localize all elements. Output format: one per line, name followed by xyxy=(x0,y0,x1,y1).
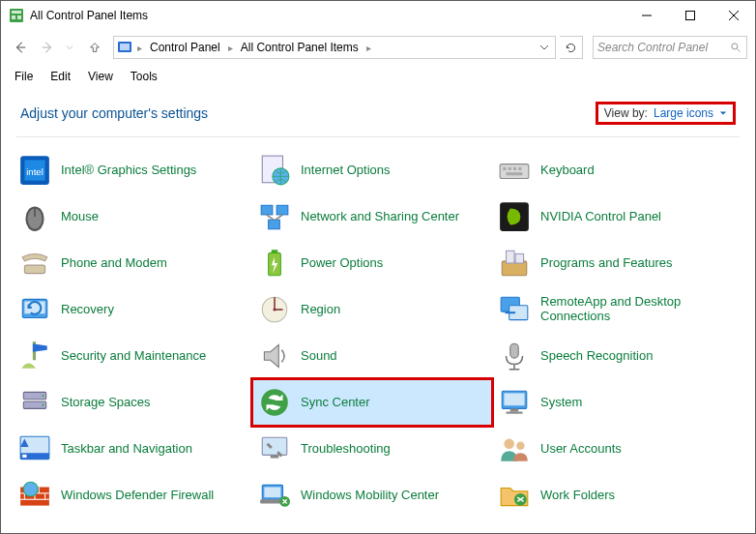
view-by-label: View by: xyxy=(604,106,648,120)
svg-rect-28 xyxy=(261,205,273,215)
cp-item[interactable]: RemoteApp and Desktop Connections xyxy=(492,286,732,333)
svg-rect-19 xyxy=(500,164,529,179)
content-area: Adjust your computer's settings View by:… xyxy=(1,88,755,520)
cp-item[interactable]: Taskbar and Navigation xyxy=(13,426,252,472)
breadcrumb-separator[interactable]: ▸ xyxy=(226,43,235,53)
address-bar[interactable]: ▸ Control Panel ▸ All Control Panel Item… xyxy=(113,36,556,59)
cp-item[interactable]: Mouse xyxy=(13,193,252,240)
svg-rect-32 xyxy=(24,265,44,274)
cp-item[interactable]: Recovery xyxy=(13,286,252,333)
cp-item[interactable]: Windows Mobility Center xyxy=(252,472,492,519)
close-button[interactable] xyxy=(712,1,755,30)
nvidia-control-panel-icon xyxy=(498,200,531,233)
search-input[interactable]: Search Control Panel xyxy=(593,36,747,59)
storage-spaces-icon xyxy=(18,386,51,419)
menu-tools[interactable]: Tools xyxy=(123,68,165,85)
taskbar-and-navigation-icon xyxy=(18,432,51,465)
sync-center-icon xyxy=(258,386,291,419)
cp-item-label: Work Folders xyxy=(540,489,615,503)
cp-item[interactable]: Phone and Modem xyxy=(13,240,252,286)
control-panel-icon xyxy=(9,8,24,23)
minimize-button[interactable] xyxy=(625,1,668,30)
cp-item[interactable]: Sync Center xyxy=(252,379,492,426)
back-button[interactable] xyxy=(9,36,32,59)
address-dropdown[interactable] xyxy=(536,43,553,52)
svg-rect-2 xyxy=(12,15,15,19)
user-accounts-icon xyxy=(498,432,531,465)
svg-rect-29 xyxy=(276,205,288,215)
power-options-icon xyxy=(258,247,291,280)
page-title: Adjust your computer's settings xyxy=(20,105,596,121)
cp-item[interactable]: Power Options xyxy=(252,240,492,286)
maximize-button[interactable] xyxy=(668,1,712,30)
up-button[interactable] xyxy=(84,37,105,58)
svg-rect-36 xyxy=(507,251,515,263)
cp-item[interactable]: Security and Maintenance xyxy=(13,333,252,379)
forward-button[interactable] xyxy=(36,36,59,59)
breadcrumb-label: Control Panel xyxy=(144,41,226,54)
menu-file[interactable]: File xyxy=(7,68,41,85)
cp-item-label: Security and Maintenance xyxy=(61,349,206,364)
breadcrumb-item[interactable]: All Control Panel Items xyxy=(235,41,364,54)
svg-rect-3 xyxy=(17,15,21,19)
breadcrumb-separator[interactable]: ▸ xyxy=(364,43,373,53)
cp-item[interactable]: Troubleshooting xyxy=(252,426,492,472)
cp-item-label: NVIDIA Control Panel xyxy=(540,210,661,224)
cp-item[interactable]: User Accounts xyxy=(492,426,732,472)
cp-item[interactable]: Windows Defender Firewall xyxy=(13,472,252,519)
window-title: All Control Panel Items xyxy=(30,9,625,22)
menu-view[interactable]: View xyxy=(80,68,121,85)
cp-item[interactable]: System xyxy=(492,379,732,426)
breadcrumb-item[interactable]: Control Panel xyxy=(144,41,226,54)
control-panel-icon xyxy=(116,39,133,56)
cp-item[interactable]: Internet Options xyxy=(252,147,492,193)
keyboard-icon xyxy=(498,154,531,187)
view-by-control[interactable]: View by: Large icons xyxy=(596,102,736,125)
svg-rect-30 xyxy=(269,220,280,229)
cp-item[interactable]: Sound xyxy=(252,333,492,379)
speech-recognition-icon xyxy=(498,340,531,372)
cp-item-label: Keyboard xyxy=(540,163,595,178)
cp-item-label: Power Options xyxy=(301,256,383,271)
menu-bar: File Edit View Tools xyxy=(1,65,755,88)
cp-item[interactable]: Region xyxy=(252,286,492,333)
svg-rect-11 xyxy=(120,44,130,50)
svg-point-43 xyxy=(273,308,276,311)
svg-point-55 xyxy=(261,389,288,416)
cp-item-label: Sound xyxy=(301,349,337,364)
cp-item-label: RemoteApp and Desktop Connections xyxy=(540,295,726,324)
cp-item-label: Internet Options xyxy=(301,163,391,178)
cp-item[interactable]: Keyboard xyxy=(492,147,732,193)
cp-item[interactable]: Programs and Features xyxy=(492,240,732,286)
cp-item-label: Windows Mobility Center xyxy=(301,489,439,503)
system-icon xyxy=(498,386,531,419)
remoteapp-and-desktop-connections-icon xyxy=(498,293,531,326)
cp-item[interactable]: intelIntel® Graphics Settings xyxy=(13,147,252,193)
cp-item-label: Region xyxy=(301,303,340,317)
cp-item-label: Sync Center xyxy=(301,396,370,410)
sound-icon xyxy=(258,340,291,372)
refresh-button[interactable] xyxy=(560,36,583,59)
svg-rect-63 xyxy=(262,437,287,455)
content-header: Adjust your computer's settings View by:… xyxy=(1,88,755,133)
internet-options-icon xyxy=(258,154,291,187)
cp-item[interactable]: Speech Recognition xyxy=(492,333,732,379)
chevron-down-icon xyxy=(719,109,727,117)
breadcrumb-separator[interactable]: ▸ xyxy=(135,43,144,53)
svg-rect-77 xyxy=(264,488,280,498)
cp-item[interactable]: Work Folders xyxy=(492,472,732,519)
svg-rect-64 xyxy=(271,455,279,458)
cp-item-label: Mouse xyxy=(61,210,99,224)
cp-item[interactable]: NVIDIA Control Panel xyxy=(492,193,732,240)
cp-item[interactable]: Network and Sharing Center xyxy=(252,193,492,240)
search-placeholder: Search Control Panel xyxy=(597,41,729,54)
menu-edit[interactable]: Edit xyxy=(43,68,78,85)
search-icon xyxy=(729,41,742,54)
cp-item[interactable]: Storage Spaces xyxy=(13,379,252,426)
window-buttons xyxy=(625,1,755,30)
cp-item-label: Intel® Graphics Settings xyxy=(61,163,196,178)
phone-and-modem-icon xyxy=(18,247,51,280)
cp-item-label: User Accounts xyxy=(540,442,622,457)
network-and-sharing-center-icon xyxy=(258,200,291,233)
history-dropdown[interactable] xyxy=(63,36,76,59)
